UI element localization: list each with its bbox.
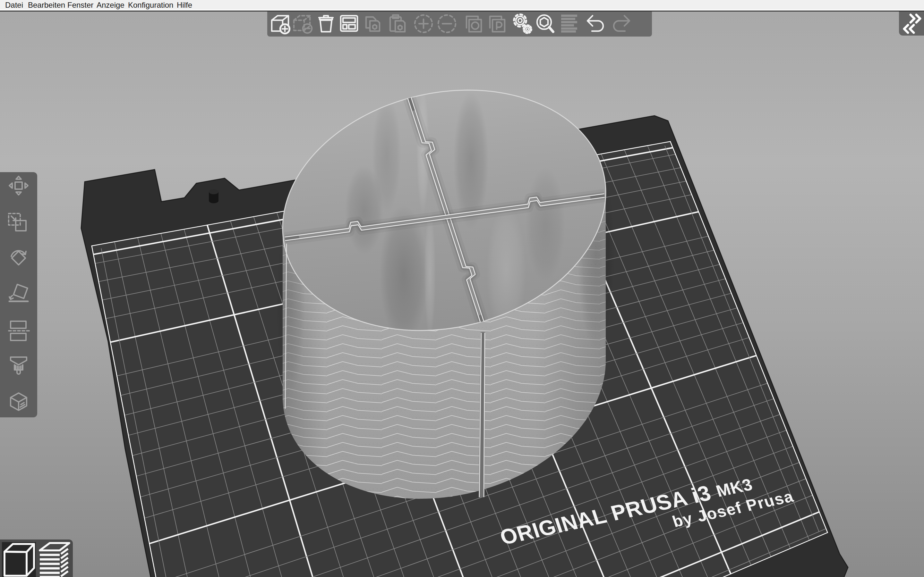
svg-text:Hilfe: Hilfe — [177, 1, 192, 9]
svg-text:Fenster: Fenster — [67, 1, 94, 9]
svg-text:Konfiguration: Konfiguration — [128, 1, 173, 9]
svg-text:Bearbeiten: Bearbeiten — [28, 1, 65, 9]
svg-text:Datei: Datei — [5, 1, 23, 9]
svg-text:Anzeige: Anzeige — [97, 1, 124, 9]
